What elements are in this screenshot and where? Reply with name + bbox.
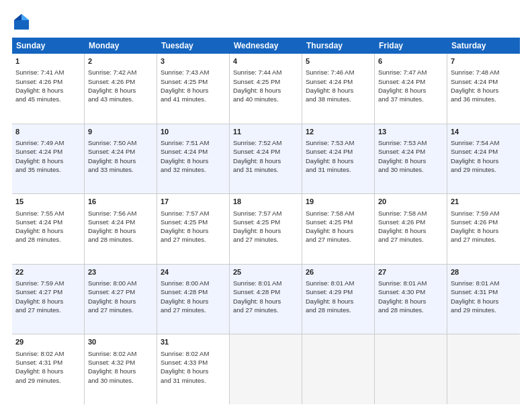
day-number: 4	[233, 56, 298, 66]
header-day-wednesday: Wednesday	[230, 38, 302, 54]
cell-line: and 27 minutes.	[306, 235, 371, 244]
day-cell-6: 6Sunrise: 7:47 AMSunset: 4:24 PMDaylight…	[375, 54, 447, 124]
day-number: 5	[306, 56, 371, 66]
day-number: 1	[15, 56, 81, 66]
cell-line: Sunset: 4:26 PM	[378, 218, 443, 226]
day-number: 8	[15, 127, 81, 137]
cell-line: Sunset: 4:24 PM	[88, 147, 153, 156]
cell-line: Sunrise: 8:00 AM	[161, 279, 226, 287]
day-cell-11: 11Sunrise: 7:52 AMSunset: 4:24 PMDayligh…	[230, 124, 302, 194]
day-number: 16	[88, 197, 153, 207]
cell-line: Sunset: 4:24 PM	[88, 218, 153, 226]
day-number: 22	[15, 267, 81, 277]
day-number: 2	[88, 56, 153, 66]
day-cell-10: 10Sunrise: 7:51 AMSunset: 4:24 PMDayligh…	[157, 124, 230, 194]
cell-line: and 36 minutes.	[451, 95, 517, 103]
cell-line: and 28 minutes.	[378, 306, 443, 314]
cell-line: Daylight: 8 hours	[378, 297, 443, 306]
cell-line: and 27 minutes.	[233, 306, 298, 314]
day-number: 28	[451, 267, 517, 277]
day-number: 10	[161, 127, 226, 137]
cell-line: Sunrise: 7:41 AM	[15, 68, 81, 77]
day-number: 3	[161, 56, 226, 66]
cell-line: Sunrise: 7:42 AM	[88, 68, 153, 77]
day-number: 14	[451, 127, 517, 137]
day-cell-27: 27Sunrise: 8:01 AMSunset: 4:30 PMDayligh…	[375, 265, 447, 334]
day-cell-16: 16Sunrise: 7:56 AMSunset: 4:24 PMDayligh…	[85, 194, 157, 264]
cell-line: Daylight: 8 hours	[88, 226, 153, 235]
cell-line: Daylight: 8 hours	[88, 156, 153, 165]
cell-line: Daylight: 8 hours	[88, 86, 153, 95]
cell-line: Sunset: 4:28 PM	[233, 287, 298, 296]
cell-line: Sunrise: 7:55 AM	[15, 209, 81, 218]
cell-line: and 33 minutes.	[88, 165, 153, 174]
cell-line: Sunset: 4:24 PM	[306, 147, 371, 156]
cell-line: Sunrise: 7:56 AM	[88, 209, 153, 218]
cell-line: Sunrise: 7:46 AM	[306, 68, 371, 77]
cell-line: Daylight: 8 hours	[451, 226, 517, 235]
cell-line: Sunrise: 7:58 AM	[378, 209, 443, 218]
day-cell-22: 22Sunrise: 7:59 AMSunset: 4:27 PMDayligh…	[12, 265, 85, 334]
cell-line: and 35 minutes.	[15, 165, 81, 174]
day-cell-21: 21Sunrise: 7:59 AMSunset: 4:26 PMDayligh…	[447, 194, 520, 264]
calendar-week-1: 1Sunrise: 7:41 AMSunset: 4:26 PMDaylight…	[12, 54, 520, 124]
empty-cell	[375, 334, 447, 404]
day-number: 17	[161, 197, 226, 207]
cell-line: and 45 minutes.	[15, 95, 81, 103]
cell-line: Daylight: 8 hours	[378, 86, 443, 95]
day-number: 12	[306, 127, 371, 137]
header-day-monday: Monday	[85, 38, 157, 54]
day-cell-1: 1Sunrise: 7:41 AMSunset: 4:26 PMDaylight…	[12, 54, 85, 124]
cell-line: Sunset: 4:24 PM	[378, 147, 443, 156]
cell-line: Sunrise: 7:43 AM	[161, 68, 226, 77]
cell-line: and 27 minutes.	[451, 235, 517, 244]
day-cell-7: 7Sunrise: 7:48 AMSunset: 4:24 PMDaylight…	[447, 54, 520, 124]
day-number: 27	[378, 267, 443, 277]
cell-line: Sunset: 4:31 PM	[15, 358, 81, 367]
cell-line: Daylight: 8 hours	[451, 297, 517, 306]
cell-line: and 27 minutes.	[88, 306, 153, 314]
day-number: 13	[378, 127, 443, 137]
day-number: 31	[161, 337, 226, 347]
cell-line: Daylight: 8 hours	[378, 156, 443, 165]
cell-line: Sunrise: 7:48 AM	[451, 68, 517, 77]
cell-line: Daylight: 8 hours	[306, 86, 371, 95]
day-number: 30	[88, 337, 153, 347]
cell-line: Sunset: 4:24 PM	[451, 147, 517, 156]
day-number: 24	[161, 267, 226, 277]
cell-line: Sunset: 4:25 PM	[233, 77, 298, 86]
cell-line: Sunrise: 7:58 AM	[306, 209, 371, 218]
calendar-week-5: 29Sunrise: 8:02 AMSunset: 4:31 PMDayligh…	[12, 334, 520, 404]
cell-line: Sunrise: 7:49 AM	[15, 138, 81, 147]
day-cell-29: 29Sunrise: 8:02 AMSunset: 4:31 PMDayligh…	[12, 334, 85, 404]
header-day-tuesday: Tuesday	[157, 38, 230, 54]
cell-line: and 32 minutes.	[161, 165, 226, 174]
day-number: 25	[233, 267, 298, 277]
header-day-thursday: Thursday	[302, 38, 375, 54]
cell-line: Daylight: 8 hours	[306, 226, 371, 235]
cell-line: Daylight: 8 hours	[15, 86, 81, 95]
day-cell-24: 24Sunrise: 8:00 AMSunset: 4:28 PMDayligh…	[157, 265, 230, 334]
day-number: 23	[88, 267, 153, 277]
day-cell-19: 19Sunrise: 7:58 AMSunset: 4:25 PMDayligh…	[302, 194, 375, 264]
cell-line: Sunrise: 8:02 AM	[88, 349, 153, 358]
header-day-saturday: Saturday	[447, 38, 520, 54]
cell-line: Sunrise: 7:59 AM	[15, 279, 81, 287]
cell-line: and 27 minutes.	[161, 306, 226, 314]
cell-line: Sunrise: 7:53 AM	[306, 138, 371, 147]
cell-line: Daylight: 8 hours	[15, 156, 81, 165]
cell-line: Sunset: 4:25 PM	[233, 218, 298, 226]
cell-line: Sunrise: 7:50 AM	[88, 138, 153, 147]
cell-line: Sunset: 4:27 PM	[15, 287, 81, 296]
cell-line: Sunrise: 8:02 AM	[15, 349, 81, 358]
cell-line: and 41 minutes.	[161, 95, 226, 103]
day-number: 9	[88, 127, 153, 137]
cell-line: Sunset: 4:24 PM	[451, 77, 517, 86]
day-number: 26	[306, 267, 371, 277]
page-header	[12, 12, 520, 31]
cell-line: Sunrise: 8:02 AM	[161, 349, 226, 358]
day-number: 11	[233, 127, 298, 137]
cell-line: Daylight: 8 hours	[306, 297, 371, 306]
cell-line: and 27 minutes.	[161, 235, 226, 244]
day-cell-25: 25Sunrise: 8:01 AMSunset: 4:28 PMDayligh…	[230, 265, 302, 334]
